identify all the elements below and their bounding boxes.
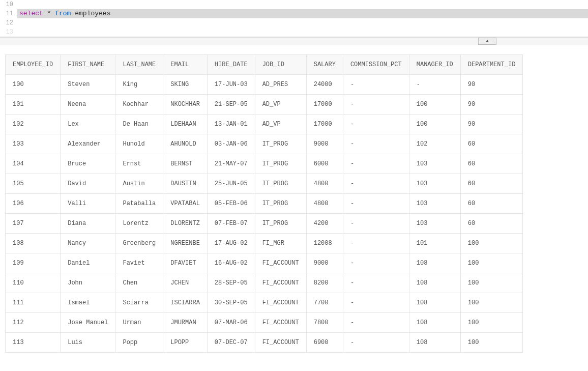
column-header[interactable]: FIRST_NAME bbox=[61, 55, 115, 75]
table-cell: - bbox=[343, 154, 409, 174]
table-cell: Austin bbox=[115, 174, 163, 194]
table-cell: 110 bbox=[6, 273, 61, 293]
column-header[interactable]: LAST_NAME bbox=[115, 55, 163, 75]
column-header[interactable]: MANAGER_ID bbox=[409, 55, 460, 75]
table-cell: 101 bbox=[6, 95, 61, 115]
table-cell: 21-MAY-07 bbox=[207, 154, 255, 174]
table-cell: 107 bbox=[6, 214, 61, 234]
table-cell: FI_ACCOUNT bbox=[255, 273, 306, 293]
table-row[interactable]: 112Jose ManuelUrmanJMURMAN07-MAR-06FI_AC… bbox=[6, 313, 523, 333]
table-row[interactable]: 105DavidAustinDAUSTIN25-JUN-05IT_PROG480… bbox=[6, 174, 523, 194]
table-cell: IT_PROG bbox=[255, 174, 306, 194]
table-cell: - bbox=[343, 95, 409, 115]
table-cell: 30-SEP-05 bbox=[207, 293, 255, 313]
table-cell: - bbox=[343, 75, 409, 95]
table-cell: 100 bbox=[460, 293, 523, 313]
table-cell: 7800 bbox=[306, 313, 343, 333]
table-cell: Lex bbox=[61, 115, 115, 134]
table-cell: Hunold bbox=[115, 134, 163, 154]
table-cell: 90 bbox=[460, 115, 523, 134]
table-cell: Diana bbox=[61, 214, 115, 234]
table-cell: 60 bbox=[460, 154, 523, 174]
editor-line[interactable]: 10 bbox=[0, 0, 588, 9]
table-cell: Lorentz bbox=[115, 214, 163, 234]
table-cell: 100 bbox=[460, 253, 523, 273]
table-cell: 111 bbox=[6, 293, 61, 313]
table-row[interactable]: 100StevenKingSKING17-JUN-03AD_PRES24000 … bbox=[6, 75, 523, 95]
table-cell: 102 bbox=[409, 134, 460, 154]
table-cell: - bbox=[343, 253, 409, 273]
table-row[interactable]: 111IsmaelSciarraISCIARRA30-SEP-05FI_ACCO… bbox=[6, 293, 523, 313]
table-cell: Popp bbox=[115, 333, 163, 353]
sql-editor[interactable]: 1011select * from employees1213 bbox=[0, 0, 588, 37]
table-cell: 03-JAN-06 bbox=[207, 134, 255, 154]
table-cell: 105 bbox=[6, 174, 61, 194]
table-cell: 103 bbox=[409, 194, 460, 214]
table-cell: 17000 bbox=[306, 115, 343, 134]
table-cell: - bbox=[343, 115, 409, 134]
column-header[interactable]: JOB_ID bbox=[255, 55, 306, 75]
code-content[interactable]: select * from employees bbox=[17, 9, 588, 18]
editor-line[interactable]: 12 bbox=[0, 18, 588, 27]
column-header[interactable]: SALARY bbox=[306, 55, 343, 75]
table-row[interactable]: 107DianaLorentzDLORENTZ07-FEB-07IT_PROG4… bbox=[6, 214, 523, 234]
line-number: 12 bbox=[0, 18, 17, 27]
table-row[interactable]: 113LuisPoppLPOPP07-DEC-07FI_ACCOUNT6900 … bbox=[6, 333, 523, 353]
table-cell: 100 bbox=[6, 75, 61, 95]
table-cell: 100 bbox=[460, 273, 523, 293]
code-token: from bbox=[55, 10, 71, 17]
table-row[interactable]: 110JohnChenJCHEN28-SEP-05FI_ACCOUNT8200 … bbox=[6, 273, 523, 293]
table-cell: 103 bbox=[6, 134, 61, 154]
table-cell: - bbox=[343, 174, 409, 194]
table-cell: 4200 bbox=[306, 214, 343, 234]
table-row[interactable]: 101NeenaKochharNKOCHHAR21-SEP-05AD_VP170… bbox=[6, 95, 523, 115]
table-cell: 112 bbox=[6, 313, 61, 333]
table-cell: 13-JAN-01 bbox=[207, 115, 255, 134]
column-header[interactable]: EMAIL bbox=[163, 55, 208, 75]
table-header-row: EMPLOYEE_IDFIRST_NAMELAST_NAMEEMAILHIRE_… bbox=[6, 55, 523, 75]
table-cell: Bruce bbox=[61, 154, 115, 174]
table-cell: JMURMAN bbox=[163, 313, 208, 333]
line-number: 13 bbox=[0, 27, 17, 37]
scroll-up-icon[interactable]: ▲ bbox=[478, 38, 496, 45]
table-cell: - bbox=[409, 75, 460, 95]
table-row[interactable]: 102LexDe HaanLDEHAAN13-JAN-01AD_VP17000 … bbox=[6, 115, 523, 134]
table-row[interactable]: 109DanielFavietDFAVIET16-AUG-02FI_ACCOUN… bbox=[6, 253, 523, 273]
table-cell: David bbox=[61, 174, 115, 194]
column-header[interactable]: COMMISSION_PCT bbox=[343, 55, 409, 75]
table-cell: SKING bbox=[163, 75, 208, 95]
table-cell: 103 bbox=[409, 154, 460, 174]
table-cell: - bbox=[343, 134, 409, 154]
table-cell: 100 bbox=[409, 115, 460, 134]
table-cell: 17-JUN-03 bbox=[207, 75, 255, 95]
table-row[interactable]: 104BruceErnstBERNST21-MAY-07IT_PROG6000 … bbox=[6, 154, 523, 174]
editor-line[interactable]: 13 bbox=[0, 27, 588, 37]
table-cell: BERNST bbox=[163, 154, 208, 174]
table-cell: AHUNOLD bbox=[163, 134, 208, 154]
table-cell: 7700 bbox=[306, 293, 343, 313]
table-row[interactable]: 103AlexanderHunoldAHUNOLD03-JAN-06IT_PRO… bbox=[6, 134, 523, 154]
table-cell: 108 bbox=[409, 253, 460, 273]
table-cell: 106 bbox=[6, 194, 61, 214]
table-cell: 07-MAR-06 bbox=[207, 313, 255, 333]
table-cell: - bbox=[343, 234, 409, 253]
table-row[interactable]: 108NancyGreenbergNGREENBE17-AUG-02FI_MGR… bbox=[6, 234, 523, 253]
table-cell: 21-SEP-05 bbox=[207, 95, 255, 115]
table-cell: Ismael bbox=[61, 293, 115, 313]
table-cell: 100 bbox=[460, 234, 523, 253]
table-cell: Urman bbox=[115, 313, 163, 333]
table-cell: 103 bbox=[409, 174, 460, 194]
table-cell: - bbox=[343, 273, 409, 293]
column-header[interactable]: DEPARTMENT_ID bbox=[460, 55, 523, 75]
column-header[interactable]: HIRE_DATE bbox=[207, 55, 255, 75]
column-header[interactable]: EMPLOYEE_ID bbox=[6, 55, 61, 75]
table-row[interactable]: 106ValliPataballaVPATABAL05-FEB-06IT_PRO… bbox=[6, 194, 523, 214]
table-cell: IT_PROG bbox=[255, 134, 306, 154]
table-cell: Valli bbox=[61, 194, 115, 214]
editor-line[interactable]: 11select * from employees bbox=[0, 9, 588, 18]
table-cell: Steven bbox=[61, 75, 115, 95]
table-cell: 6900 bbox=[306, 333, 343, 353]
table-cell: 60 bbox=[460, 174, 523, 194]
code-token: * bbox=[43, 10, 55, 17]
table-cell: 05-FEB-06 bbox=[207, 194, 255, 214]
